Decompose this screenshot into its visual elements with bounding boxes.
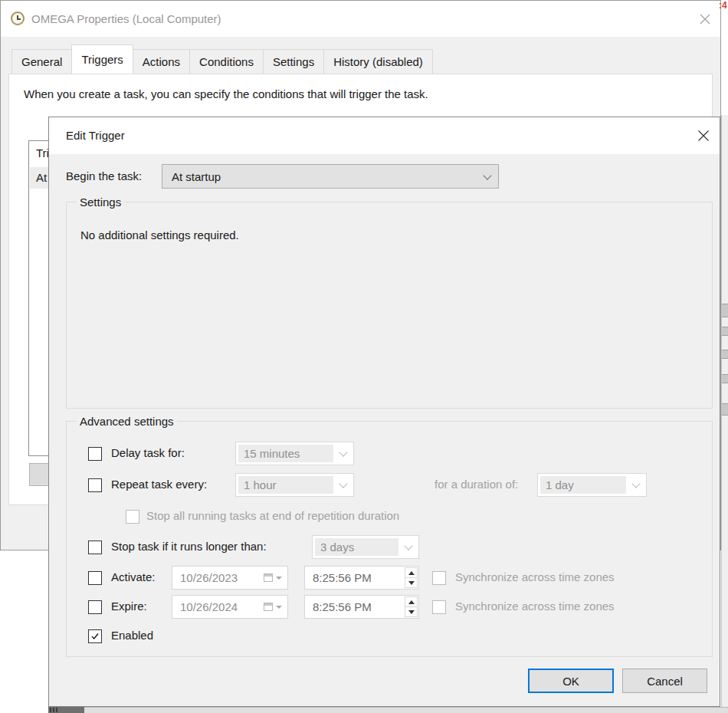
ok-button[interactable]: OK (528, 669, 614, 693)
begin-task-label: Begin the task: (66, 169, 142, 184)
expire-sync-label: Synchronize across time zones (455, 599, 615, 614)
repeat-task-value: 1 hour (238, 476, 333, 494)
duration-combobox[interactable]: 1 day (537, 473, 647, 497)
expire-time-value: 8:25:56 PM (305, 596, 372, 618)
tab-settings[interactable]: Settings (263, 49, 324, 74)
stop-all-tasks-label: Stop all running tasks at end of repetit… (146, 508, 399, 524)
properties-titlebar[interactable]: OMEGA Properties (Local Computer) (1, 1, 720, 37)
expire-sync-checkbox[interactable] (432, 600, 446, 614)
delay-task-value: 15 minutes (238, 445, 333, 462)
resize-grip-fragment (48, 707, 84, 713)
tab-general[interactable]: General (11, 49, 72, 74)
dialog-title: Edit Trigger (66, 117, 125, 154)
task-scheduler-clock-icon (11, 12, 25, 25)
expire-label: Expire: (111, 599, 147, 614)
checkmark-icon (90, 632, 100, 641)
dialog-titlebar[interactable]: Edit Trigger (49, 117, 720, 154)
enabled-checkbox[interactable] (88, 629, 102, 643)
time-spin-down-button[interactable] (405, 578, 418, 588)
duration-label: for a duration of: (435, 477, 518, 492)
arrow-up-icon (408, 571, 415, 575)
no-settings-message: No additional settings required. (80, 228, 239, 243)
activate-sync-checkbox[interactable] (432, 571, 446, 585)
chevron-down-icon (631, 479, 640, 488)
delay-task-combobox[interactable]: 15 minutes (235, 442, 354, 465)
tab-strip: General Triggers Actions Conditions Sett… (2, 37, 720, 74)
time-spin-up-button[interactable] (405, 596, 418, 607)
stop-all-tasks-checkbox[interactable] (126, 510, 139, 524)
advanced-settings-groupbox: Advanced settings Delay task for: 15 min… (66, 421, 713, 657)
chevron-down-icon (339, 448, 347, 456)
time-spin-down-button[interactable] (405, 607, 418, 617)
enabled-label: Enabled (111, 628, 153, 643)
delay-task-label: Delay task for: (111, 445, 185, 461)
activate-time-spinner[interactable]: 8:25:56 PM (304, 566, 419, 590)
repeat-task-label: Repeat task every: (111, 477, 207, 492)
expire-date-picker[interactable]: 10/26/2024 (172, 595, 288, 619)
delay-task-checkbox[interactable] (88, 447, 102, 461)
expire-date-value: 10/26/2024 (180, 600, 238, 613)
taskbar-edge-fragment (84, 707, 728, 713)
chevron-down-icon (404, 541, 412, 550)
calendar-icon (264, 603, 273, 611)
close-icon (700, 14, 710, 25)
activate-time-value: 8:25:56 PM (305, 567, 372, 589)
activate-date-picker[interactable]: 10/26/2023 (172, 566, 288, 590)
settings-groupbox: Settings No additional settings required… (66, 202, 713, 409)
tab-history[interactable]: History (disabled) (323, 49, 433, 74)
scrollbar-segment (722, 304, 728, 317)
tab-conditions[interactable]: Conditions (189, 49, 264, 74)
advanced-group-title: Advanced settings (77, 414, 177, 429)
scrollbar-segment (722, 374, 728, 383)
edit-trigger-dialog: Edit Trigger Begin the task: At startup … (48, 117, 720, 707)
properties-window-title: OMEGA Properties (Local Computer) (31, 1, 221, 37)
expire-checkbox[interactable] (88, 600, 102, 614)
activate-sync-label: Synchronize across time zones (455, 570, 615, 585)
dropdown-arrow-icon (276, 577, 282, 580)
activate-checkbox[interactable] (88, 571, 102, 585)
dialog-close-button[interactable] (687, 117, 720, 154)
close-icon (697, 130, 710, 142)
arrow-down-icon (408, 610, 415, 614)
stop-task-combobox[interactable]: 3 days (312, 535, 419, 559)
repeat-task-checkbox[interactable] (88, 478, 102, 492)
activate-date-value: 10/26/2023 (180, 571, 238, 584)
dropdown-arrow-icon (276, 606, 282, 609)
time-spin-up-button[interactable] (405, 567, 418, 578)
properties-close-button[interactable] (689, 1, 721, 37)
scrollbar-segment (722, 350, 728, 359)
scrollbar-segment (722, 403, 728, 416)
corner-clock-fragment: :4 (719, 0, 728, 12)
background-scrollbar-fragment (721, 115, 728, 713)
repeat-task-combobox[interactable]: 1 hour (235, 473, 354, 497)
screen: OMEGA Properties (Local Computer) Genera… (0, 0, 728, 713)
calendar-icon (264, 573, 273, 582)
arrow-up-icon (408, 600, 415, 604)
chevron-down-icon (339, 479, 347, 488)
cancel-button[interactable]: Cancel (622, 669, 707, 693)
activate-label: Activate: (111, 570, 156, 585)
begin-task-combobox[interactable]: At startup (162, 164, 499, 189)
stop-task-value: 3 days (315, 538, 398, 556)
begin-task-value: At startup (172, 170, 221, 183)
tab-triggers[interactable]: Triggers (71, 44, 133, 74)
tab-actions[interactable]: Actions (133, 49, 190, 74)
settings-group-title: Settings (77, 195, 124, 210)
stop-task-checkbox[interactable] (88, 540, 102, 554)
stop-task-label: Stop task if it runs longer than: (111, 539, 267, 554)
expire-time-spinner[interactable]: 8:25:56 PM (304, 595, 419, 619)
triggers-intro-text: When you create a task, you can specify … (24, 86, 428, 103)
arrow-down-icon (408, 581, 415, 585)
scrollbar-segment (722, 327, 728, 336)
duration-value: 1 day (540, 476, 626, 494)
chevron-down-icon (483, 171, 491, 179)
